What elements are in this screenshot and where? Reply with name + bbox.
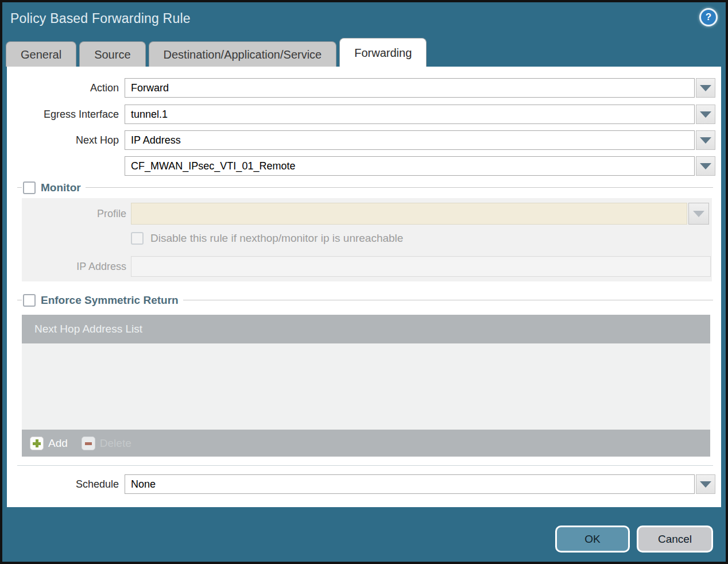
chevron-down-icon <box>700 163 711 169</box>
next-hop-row: Next Hop IP Address <box>7 130 715 150</box>
enforce-symmetric-return-title: Enforce Symmetric Return <box>41 294 179 307</box>
next-hop-address-dropdown-button[interactable] <box>696 156 715 176</box>
next-hop-address-list-toolbar: Add Delete <box>22 430 710 457</box>
help-icon[interactable]: ? <box>699 8 718 26</box>
monitor-ip-address-input <box>131 256 711 277</box>
action-select[interactable]: Forward <box>125 78 695 98</box>
chevron-down-icon <box>700 481 711 488</box>
add-button[interactable]: Add <box>30 436 68 450</box>
action-dropdown-button[interactable] <box>696 78 715 98</box>
egress-interface-value: tunnel.1 <box>131 109 168 120</box>
next-hop-address-list-table: Next Hop Address List Add Delete <box>22 315 710 457</box>
next-hop-label: Next Hop <box>7 130 125 150</box>
action-row: Action Forward <box>7 78 715 98</box>
profile-select <box>131 203 687 225</box>
chevron-down-icon <box>700 137 711 144</box>
add-button-label: Add <box>48 437 68 450</box>
monitor-group-legend: Monitor <box>22 180 86 195</box>
monitor-ip-address-label: IP Address <box>22 261 131 273</box>
enforce-symmetric-return-checkbox[interactable] <box>23 294 36 307</box>
action-value: Forward <box>131 82 169 94</box>
next-hop-address-value: CF_MWAN_IPsec_VTI_01_Remote <box>131 160 295 172</box>
group-divider-line <box>17 187 713 188</box>
action-label: Action <box>7 78 125 98</box>
disable-rule-label: Disable this rule if nexthop/monitor ip … <box>150 231 403 245</box>
next-hop-type-value: IP Address <box>131 134 181 146</box>
tab-bar: General Source Destination/Application/S… <box>6 38 427 67</box>
schedule-dropdown-button[interactable] <box>696 474 715 494</box>
next-hop-type-select[interactable]: IP Address <box>125 130 695 150</box>
policy-based-forwarding-rule-dialog: Policy Based Forwarding Rule ? General S… <box>0 0 728 564</box>
profile-label: Profile <box>22 208 131 220</box>
profile-dropdown-button <box>688 203 709 225</box>
schedule-row: Schedule None <box>7 474 715 494</box>
question-mark-glyph: ? <box>706 11 711 23</box>
monitor-panel: Profile Disable this rule if nexthop/mon… <box>22 198 712 281</box>
next-hop-address-label-spacer <box>7 156 125 176</box>
chevron-down-icon <box>700 85 711 91</box>
schedule-value: None <box>131 478 156 490</box>
monitor-group: Monitor <box>17 180 713 195</box>
tab-general[interactable]: General <box>6 41 76 67</box>
disable-rule-row: Disable this rule if nexthop/monitor ip … <box>22 231 712 245</box>
monitor-checkbox[interactable] <box>23 181 36 194</box>
enforce-symmetric-return-legend: Enforce Symmetric Return <box>22 293 183 308</box>
minus-icon <box>82 436 95 450</box>
egress-interface-select[interactable]: tunnel.1 <box>125 105 695 124</box>
tab-forwarding[interactable]: Forwarding <box>339 38 427 67</box>
next-hop-address-select[interactable]: CF_MWAN_IPsec_VTI_01_Remote <box>125 156 695 176</box>
disable-rule-checkbox <box>131 232 144 245</box>
forwarding-tab-panel: Action Forward Egress Interface tunnel.1… <box>7 67 721 507</box>
plus-icon <box>30 436 44 450</box>
monitor-group-title: Monitor <box>41 181 81 194</box>
schedule-label: Schedule <box>7 474 125 494</box>
delete-button-label: Delete <box>100 437 131 450</box>
group-bottom-line <box>17 465 713 466</box>
dialog-title: Policy Based Forwarding Rule <box>10 11 191 26</box>
tab-source[interactable]: Source <box>79 41 145 67</box>
next-hop-address-list-body[interactable] <box>22 343 710 430</box>
monitor-ip-address-row: IP Address <box>22 256 712 277</box>
schedule-select[interactable]: None <box>125 474 695 494</box>
chevron-down-icon <box>693 211 704 217</box>
enforce-symmetric-return-group: Enforce Symmetric Return <box>17 293 713 308</box>
next-hop-address-list-header-label: Next Hop Address List <box>34 323 142 335</box>
next-hop-address-list-header: Next Hop Address List <box>22 315 710 343</box>
egress-interface-label: Egress Interface <box>7 105 125 124</box>
chevron-down-icon <box>700 111 711 118</box>
tab-destination-application-service[interactable]: Destination/Application/Service <box>149 41 337 67</box>
egress-interface-dropdown-button[interactable] <box>696 105 715 124</box>
cancel-button[interactable]: Cancel <box>637 526 713 553</box>
next-hop-dropdown-button[interactable] <box>696 130 715 150</box>
profile-row: Profile <box>22 203 712 225</box>
egress-interface-row: Egress Interface tunnel.1 <box>7 105 715 124</box>
ok-button[interactable]: OK <box>555 526 630 553</box>
dialog-footer: OK Cancel <box>555 526 713 553</box>
delete-button: Delete <box>82 436 131 450</box>
next-hop-address-row: CF_MWAN_IPsec_VTI_01_Remote <box>7 156 715 176</box>
